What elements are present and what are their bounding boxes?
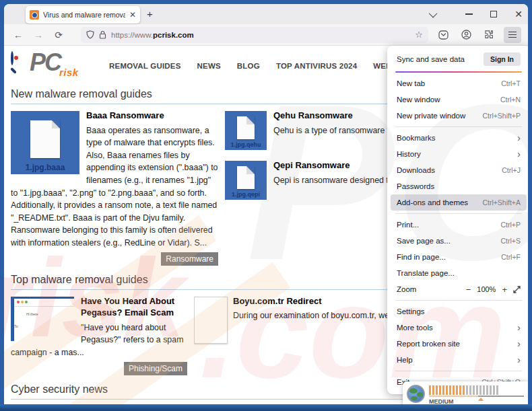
menu-label: Save page as... xyxy=(397,237,451,245)
menu-item-settings[interactable]: Settings xyxy=(387,303,528,320)
menu-divider xyxy=(395,371,522,371)
qehu-thumbnail[interactable]: 1.jpg.qehu xyxy=(225,111,267,150)
boyu-thumbnail[interactable] xyxy=(194,297,228,344)
nav-top-antivirus[interactable]: TOP ANTIVIRUS 2024 xyxy=(276,62,357,70)
pegasus-thumbnail[interactable]: Hi there To: xyxy=(11,297,74,341)
minimize-button[interactable] xyxy=(465,13,473,15)
logo-risk-text: risk xyxy=(59,67,79,78)
app-menu-dropdown: Sync and save data Sign In New tab Ctrl+… xyxy=(387,46,528,394)
menu-item-downloads[interactable]: Downloads Ctrl+J xyxy=(387,162,528,178)
menu-shortcut: Ctrl+Shift+P xyxy=(482,112,521,120)
menu-item-sync[interactable]: Sync and save data Sign In xyxy=(387,50,528,69)
menu-label: New private window xyxy=(397,112,465,120)
menu-item-bookmarks[interactable]: Bookmarks › xyxy=(387,130,528,146)
tab-list-chevron-icon[interactable] xyxy=(429,9,438,17)
menu-item-history[interactable]: History › xyxy=(387,146,528,162)
menu-item-save-page-as[interactable]: Save page as... Ctrl+S xyxy=(387,233,528,249)
menu-item-zoom: Zoom − 100% + xyxy=(387,281,528,297)
article-body-qepi: Qepi is ransomware designed to... xyxy=(273,176,400,185)
menu-item-report-broken-site[interactable]: Report broken site › xyxy=(387,336,528,352)
maximize-button[interactable] xyxy=(490,11,497,17)
forward-icon[interactable]: → xyxy=(30,27,47,43)
zoom-level[interactable]: 100% xyxy=(477,285,496,293)
badge-phishing-scam[interactable]: Phishing/Scam xyxy=(124,362,187,375)
threat-meter-bars xyxy=(429,385,524,395)
titlebar: Virus and malware removal inst ✕ + ✕ xyxy=(4,4,528,24)
article-body-qehu: Qehu is a type of ransomware t... xyxy=(273,126,397,135)
menu-label: Translate page... xyxy=(397,269,455,277)
extensions-puzzle-icon[interactable] xyxy=(481,27,497,43)
menu-item-new-tab[interactable]: New tab Ctrl+T xyxy=(387,75,528,91)
menu-shortcut: Ctrl+Shift+A xyxy=(482,198,521,207)
menu-label: Downloads xyxy=(397,166,435,174)
zoom-out-icon[interactable]: − xyxy=(466,285,471,295)
menu-divider xyxy=(395,213,522,214)
nav-removal-guides[interactable]: REMOVAL GUIDES xyxy=(109,62,181,70)
pegasus-thumb-line2: To: xyxy=(14,324,19,328)
lock-icon[interactable] xyxy=(99,30,106,39)
menu-label: Add-ons and themes xyxy=(397,198,468,207)
sign-in-button[interactable]: Sign In xyxy=(484,52,521,66)
menu-item-addons-themes[interactable]: Add-ons and themes Ctrl+Shift+A xyxy=(391,194,527,211)
url-prefix: https://www. xyxy=(111,31,153,39)
pocket-icon[interactable] xyxy=(435,27,451,43)
nav-news[interactable]: NEWS xyxy=(197,62,221,70)
globe-icon xyxy=(407,385,425,403)
back-icon[interactable]: ← xyxy=(9,27,27,43)
baaa-thumb-caption: 1.jpg.baaa xyxy=(11,161,79,174)
menu-label: History xyxy=(397,150,421,158)
menu-shortcut: Ctrl+T xyxy=(501,79,521,87)
fullscreen-icon[interactable] xyxy=(513,286,521,293)
app-menu-hamburger-icon[interactable] xyxy=(504,27,521,43)
chevron-right-icon: › xyxy=(517,323,521,332)
url-text[interactable]: https://www.pcrisk.com xyxy=(111,31,410,39)
menu-label: Bookmarks xyxy=(397,134,436,142)
threat-level-label: MEDIUM xyxy=(429,398,524,404)
pcrisk-favicon xyxy=(30,10,39,20)
shield-icon[interactable] xyxy=(86,30,94,39)
reload-icon[interactable]: ⟳ xyxy=(50,27,67,43)
menu-item-passwords[interactable]: Passwords xyxy=(387,178,528,194)
menu-label: New window xyxy=(397,96,440,104)
article-baaa: 1.jpg.baaa Baaa Ransomware Baaa operates… xyxy=(11,110,218,266)
menu-shortcut: Ctrl+P xyxy=(501,221,521,229)
zoom-in-icon[interactable]: + xyxy=(502,285,507,295)
threat-level-widget: MEDIUM xyxy=(403,381,528,404)
new-tab-button[interactable]: + xyxy=(147,8,153,20)
menu-label: Find in page... xyxy=(397,253,446,261)
menu-item-print[interactable]: Print... Ctrl+P xyxy=(387,217,528,233)
threat-meter: MEDIUM xyxy=(429,385,524,404)
menu-label: Report broken site xyxy=(397,340,460,348)
tab-close-icon[interactable]: ✕ xyxy=(129,10,136,20)
badge-ransomware-baaa[interactable]: Ransomware xyxy=(161,252,218,266)
menu-item-help[interactable]: Help › xyxy=(387,352,528,368)
browser-window-frame: Virus and malware removal inst ✕ + ✕ ← →… xyxy=(0,0,532,411)
pegasus-thumb-line1: Hi there xyxy=(26,312,38,316)
nav-blog[interactable]: BLOG xyxy=(237,62,260,70)
threat-meter-line xyxy=(429,396,524,397)
article-pegasus: Hi there To: Have You Heard About Pegasu… xyxy=(11,295,187,375)
menu-label: New tab xyxy=(397,79,425,87)
menu-item-new-window[interactable]: New window Ctrl+N xyxy=(387,91,528,108)
browser-chrome: Virus and malware removal inst ✕ + ✕ ← →… xyxy=(4,4,528,404)
menu-item-more-tools[interactable]: More tools › xyxy=(387,320,528,336)
navigation-toolbar: ← → ⟳ https://www.pcrisk.com ☆ xyxy=(4,24,528,46)
pcrisk-logo[interactable]: PC risk xyxy=(11,50,97,79)
url-bar[interactable]: https://www.pcrisk.com ☆ xyxy=(81,27,428,43)
close-window-button[interactable]: ✕ xyxy=(514,9,523,19)
magnifier-icon xyxy=(11,52,28,70)
frame-bottom-bar xyxy=(0,404,532,411)
baaa-thumbnail[interactable]: 1.jpg.baaa xyxy=(11,111,79,174)
browser-tab[interactable]: Virus and malware removal inst ✕ xyxy=(26,6,140,24)
menu-item-translate-page[interactable]: Translate page... xyxy=(387,265,528,281)
menu-item-new-private-window[interactable]: New private window Ctrl+Shift+P xyxy=(387,108,528,124)
chevron-right-icon: › xyxy=(517,339,521,348)
menu-item-find-in-page[interactable]: Find in page... Ctrl+F xyxy=(387,249,528,265)
menu-shortcut: Ctrl+N xyxy=(500,96,521,104)
menu-divider xyxy=(395,126,522,127)
qepi-thumbnail[interactable]: 1.jpg.qepi xyxy=(225,161,267,200)
qepi-thumb-caption: 1.jpg.qepi xyxy=(225,190,267,200)
menu-label: Zoom xyxy=(397,285,416,293)
account-icon[interactable] xyxy=(458,27,474,43)
bookmark-star-icon[interactable]: ☆ xyxy=(415,30,423,40)
